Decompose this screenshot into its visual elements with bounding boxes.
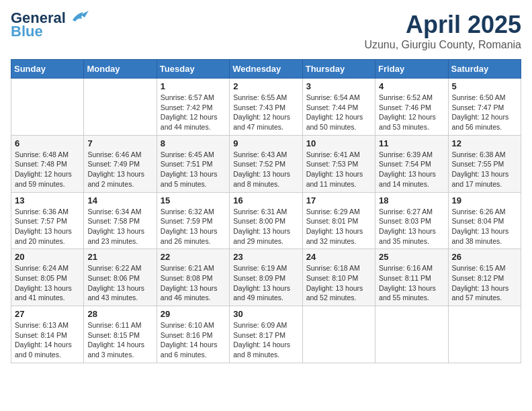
calendar-cell: 30Sunrise: 6:09 AM Sunset: 8:17 PM Dayli… bbox=[230, 306, 302, 363]
cell-day-number: 12 bbox=[452, 138, 517, 148]
calendar-cell: 21Sunrise: 6:22 AM Sunset: 8:06 PM Dayli… bbox=[84, 249, 157, 306]
cell-info: Sunrise: 6:32 AM Sunset: 7:59 PM Dayligh… bbox=[161, 207, 226, 246]
cell-info: Sunrise: 6:50 AM Sunset: 7:47 PM Dayligh… bbox=[452, 93, 517, 132]
cell-day-number: 26 bbox=[452, 252, 517, 262]
calendar-cell: 5Sunrise: 6:50 AM Sunset: 7:47 PM Daylig… bbox=[448, 79, 521, 136]
cell-day-number: 1 bbox=[161, 81, 226, 91]
header-wednesday: Wednesday bbox=[230, 60, 302, 79]
calendar-cell bbox=[84, 79, 157, 136]
cell-day-number: 25 bbox=[379, 252, 444, 262]
cell-info: Sunrise: 6:15 AM Sunset: 8:12 PM Dayligh… bbox=[452, 263, 517, 303]
cell-day-number: 14 bbox=[87, 195, 152, 205]
cell-info: Sunrise: 6:29 AM Sunset: 8:01 PM Dayligh… bbox=[306, 207, 371, 246]
cell-info: Sunrise: 6:11 AM Sunset: 8:15 PM Dayligh… bbox=[87, 320, 152, 360]
cell-info: Sunrise: 6:34 AM Sunset: 7:58 PM Dayligh… bbox=[87, 207, 152, 246]
cell-day-number: 17 bbox=[306, 195, 371, 205]
cell-info: Sunrise: 6:24 AM Sunset: 8:05 PM Dayligh… bbox=[15, 263, 80, 303]
calendar-title: April 2025 bbox=[364, 11, 521, 39]
calendar-cell: 20Sunrise: 6:24 AM Sunset: 8:05 PM Dayli… bbox=[11, 249, 84, 306]
cell-info: Sunrise: 6:36 AM Sunset: 7:57 PM Dayligh… bbox=[15, 207, 80, 246]
cell-info: Sunrise: 6:27 AM Sunset: 8:03 PM Dayligh… bbox=[379, 207, 444, 246]
cell-info: Sunrise: 6:31 AM Sunset: 8:00 PM Dayligh… bbox=[233, 207, 298, 246]
cell-day-number: 4 bbox=[379, 81, 444, 91]
calendar-table: SundayMondayTuesdayWednesdayThursdayFrid… bbox=[11, 59, 521, 363]
cell-day-number: 9 bbox=[233, 138, 298, 148]
cell-day-number: 7 bbox=[87, 138, 152, 148]
cell-day-number: 8 bbox=[161, 138, 226, 148]
calendar-cell: 13Sunrise: 6:36 AM Sunset: 7:57 PM Dayli… bbox=[11, 192, 84, 249]
cell-info: Sunrise: 6:22 AM Sunset: 8:06 PM Dayligh… bbox=[87, 263, 152, 303]
calendar-cell: 9Sunrise: 6:43 AM Sunset: 7:52 PM Daylig… bbox=[230, 135, 302, 192]
calendar-cell: 2Sunrise: 6:55 AM Sunset: 7:43 PM Daylig… bbox=[230, 79, 302, 136]
cell-info: Sunrise: 6:19 AM Sunset: 8:09 PM Dayligh… bbox=[233, 263, 298, 303]
cell-day-number: 27 bbox=[15, 309, 80, 319]
header-monday: Monday bbox=[84, 60, 157, 79]
calendar-cell: 28Sunrise: 6:11 AM Sunset: 8:15 PM Dayli… bbox=[84, 306, 157, 363]
cell-info: Sunrise: 6:48 AM Sunset: 7:48 PM Dayligh… bbox=[15, 150, 80, 189]
cell-info: Sunrise: 6:57 AM Sunset: 7:42 PM Dayligh… bbox=[161, 93, 226, 132]
cell-info: Sunrise: 6:13 AM Sunset: 8:14 PM Dayligh… bbox=[15, 320, 80, 360]
header-tuesday: Tuesday bbox=[157, 60, 229, 79]
calendar-cell: 26Sunrise: 6:15 AM Sunset: 8:12 PM Dayli… bbox=[448, 249, 521, 306]
cell-info: Sunrise: 6:43 AM Sunset: 7:52 PM Dayligh… bbox=[233, 150, 298, 189]
calendar-cell bbox=[448, 306, 521, 363]
header-sunday: Sunday bbox=[11, 60, 84, 79]
calendar-header: SundayMondayTuesdayWednesdayThursdayFrid… bbox=[11, 60, 521, 79]
calendar-cell: 27Sunrise: 6:13 AM Sunset: 8:14 PM Dayli… bbox=[11, 306, 84, 363]
calendar-cell: 7Sunrise: 6:46 AM Sunset: 7:49 PM Daylig… bbox=[84, 135, 157, 192]
calendar-cell: 23Sunrise: 6:19 AM Sunset: 8:09 PM Dayli… bbox=[230, 249, 302, 306]
calendar-cell bbox=[302, 306, 375, 363]
cell-info: Sunrise: 6:16 AM Sunset: 8:11 PM Dayligh… bbox=[379, 263, 444, 303]
calendar-cell: 18Sunrise: 6:27 AM Sunset: 8:03 PM Dayli… bbox=[375, 192, 448, 249]
calendar-subtitle: Uzunu, Giurgiu County, Romania bbox=[364, 39, 521, 51]
calendar-cell: 16Sunrise: 6:31 AM Sunset: 8:00 PM Dayli… bbox=[230, 192, 302, 249]
calendar-cell: 24Sunrise: 6:18 AM Sunset: 8:10 PM Dayli… bbox=[302, 249, 375, 306]
cell-info: Sunrise: 6:26 AM Sunset: 8:04 PM Dayligh… bbox=[452, 207, 517, 246]
header-friday: Friday bbox=[375, 60, 448, 79]
logo-bird-icon bbox=[67, 11, 89, 26]
calendar-cell: 25Sunrise: 6:16 AM Sunset: 8:11 PM Dayli… bbox=[375, 249, 448, 306]
cell-day-number: 18 bbox=[379, 195, 444, 205]
calendar-cell bbox=[375, 306, 448, 363]
page-header: General Blue April 2025 Uzunu, Giurgiu C… bbox=[11, 11, 521, 51]
cell-info: Sunrise: 6:10 AM Sunset: 8:16 PM Dayligh… bbox=[161, 320, 226, 360]
header-saturday: Saturday bbox=[448, 60, 521, 79]
calendar-cell: 11Sunrise: 6:39 AM Sunset: 7:54 PM Dayli… bbox=[375, 135, 448, 192]
calendar-cell: 8Sunrise: 6:45 AM Sunset: 7:51 PM Daylig… bbox=[157, 135, 229, 192]
cell-day-number: 29 bbox=[161, 309, 226, 319]
calendar-cell: 17Sunrise: 6:29 AM Sunset: 8:01 PM Dayli… bbox=[302, 192, 375, 249]
calendar-cell: 6Sunrise: 6:48 AM Sunset: 7:48 PM Daylig… bbox=[11, 135, 84, 192]
cell-info: Sunrise: 6:46 AM Sunset: 7:49 PM Dayligh… bbox=[87, 150, 152, 189]
cell-day-number: 11 bbox=[379, 138, 444, 148]
calendar-cell: 10Sunrise: 6:41 AM Sunset: 7:53 PM Dayli… bbox=[302, 135, 375, 192]
cell-info: Sunrise: 6:09 AM Sunset: 8:17 PM Dayligh… bbox=[233, 320, 298, 360]
logo: General Blue bbox=[11, 11, 89, 40]
cell-day-number: 19 bbox=[452, 195, 517, 205]
cell-day-number: 6 bbox=[15, 138, 80, 148]
cell-info: Sunrise: 6:52 AM Sunset: 7:46 PM Dayligh… bbox=[379, 93, 444, 132]
calendar-cell: 14Sunrise: 6:34 AM Sunset: 7:58 PM Dayli… bbox=[84, 192, 157, 249]
cell-info: Sunrise: 6:55 AM Sunset: 7:43 PM Dayligh… bbox=[233, 93, 298, 132]
cell-day-number: 21 bbox=[87, 252, 152, 262]
calendar-cell bbox=[11, 79, 84, 136]
cell-day-number: 2 bbox=[233, 81, 298, 91]
cell-info: Sunrise: 6:39 AM Sunset: 7:54 PM Dayligh… bbox=[379, 150, 444, 189]
calendar-cell: 29Sunrise: 6:10 AM Sunset: 8:16 PM Dayli… bbox=[157, 306, 229, 363]
title-block: April 2025 Uzunu, Giurgiu County, Romani… bbox=[364, 11, 521, 51]
header-thursday: Thursday bbox=[302, 60, 375, 79]
calendar-cell: 3Sunrise: 6:54 AM Sunset: 7:44 PM Daylig… bbox=[302, 79, 375, 136]
cell-day-number: 3 bbox=[306, 81, 371, 91]
cell-day-number: 28 bbox=[87, 309, 152, 319]
cell-day-number: 16 bbox=[233, 195, 298, 205]
cell-info: Sunrise: 6:45 AM Sunset: 7:51 PM Dayligh… bbox=[161, 150, 226, 189]
cell-day-number: 20 bbox=[15, 252, 80, 262]
cell-day-number: 24 bbox=[306, 252, 371, 262]
calendar-cell: 19Sunrise: 6:26 AM Sunset: 8:04 PM Dayli… bbox=[448, 192, 521, 249]
cell-day-number: 10 bbox=[306, 138, 371, 148]
cell-day-number: 22 bbox=[161, 252, 226, 262]
cell-day-number: 23 bbox=[233, 252, 298, 262]
cell-info: Sunrise: 6:38 AM Sunset: 7:55 PM Dayligh… bbox=[452, 150, 517, 189]
cell-info: Sunrise: 6:41 AM Sunset: 7:53 PM Dayligh… bbox=[306, 150, 371, 189]
calendar-cell: 12Sunrise: 6:38 AM Sunset: 7:55 PM Dayli… bbox=[448, 135, 521, 192]
cell-day-number: 5 bbox=[452, 81, 517, 91]
